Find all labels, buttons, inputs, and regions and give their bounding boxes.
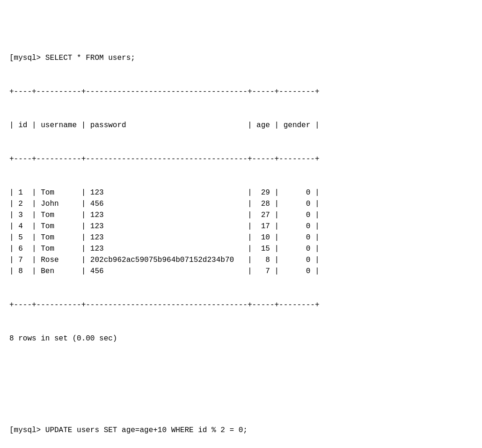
table-row: | 3 | Tom | 123 | 27 | 0 | (9, 210, 473, 221)
terminal-output: [mysql> SELECT * FROM users; +----+-----… (9, 7, 473, 448)
table-row: | 1 | Tom | 123 | 29 | 0 | (9, 187, 473, 198)
block1-footer: 8 rows in set (0.00 sec) (9, 333, 473, 344)
table-row: | 7 | Rose | 202cb962ac59075b964b07152d2… (9, 254, 473, 266)
block1-header: | id | username | password | age | gende… (9, 120, 473, 131)
block2-section: [mysql> UPDATE users SET age=age+10 WHER… (9, 402, 473, 448)
table-row: | 5 | Tom | 123 | 10 | 0 | (9, 232, 473, 243)
table-row: | 2 | John | 456 | 28 | 0 | (9, 198, 473, 210)
block1-sep1: +----+----------+-----------------------… (9, 86, 473, 97)
table-row: | 8 | Ben | 456 | 7 | 0 | (9, 266, 473, 277)
block1-command: [mysql> SELECT * FROM users; (9, 52, 473, 64)
block1-rows: | 1 | Tom | 123 | 29 | 0 || 2 | John | 4… (9, 187, 473, 277)
block1-sep2: +----+----------+-----------------------… (9, 153, 473, 165)
block1-sep3: +----+----------+-----------------------… (9, 299, 473, 311)
block2-command: [mysql> UPDATE users SET age=age+10 WHER… (9, 425, 473, 436)
table-row: | 6 | Tom | 123 | 15 | 0 | (9, 243, 473, 254)
table-row: | 4 | Tom | 123 | 17 | 0 | (9, 221, 473, 232)
block1-section: [mysql> SELECT * FROM users; +----+-----… (9, 30, 473, 367)
